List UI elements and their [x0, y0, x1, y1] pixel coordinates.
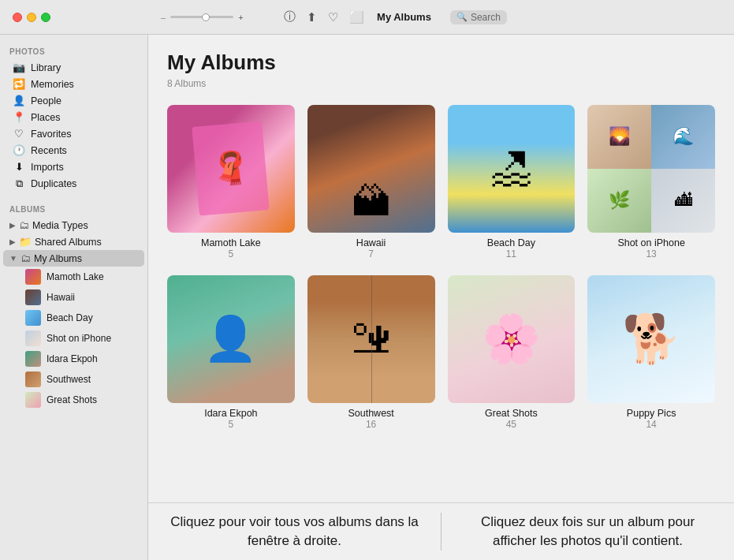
hawaii-count: 7 [307, 248, 435, 259]
album-cell-puppy-pics[interactable]: Puppy Pics 14 [587, 275, 715, 430]
sidebar-item-places-label: Places [31, 112, 61, 123]
window-title: My Albums [377, 11, 431, 23]
my-albums-label: My Albums [34, 253, 82, 264]
puppy-pics-count: 14 [587, 419, 715, 430]
my-albums-folder-icon: 🗂 [20, 252, 31, 264]
sidebar-sub-idara-ekpoh[interactable]: Idara Ekpoh [3, 349, 144, 369]
idara-ekpoh-sub-label: Idara Ekpoh [47, 353, 98, 364]
album-cell-idara-ekpoh[interactable]: Idara Ekpoh 5 [167, 275, 295, 430]
people-icon: 👤 [13, 95, 25, 106]
sidebar-item-people-label: People [31, 95, 61, 106]
idara-ekpoh-album-thumb [167, 275, 295, 403]
chevron-right-icon: ▶ [9, 221, 16, 230]
southwest-divider-line [371, 275, 373, 403]
zoom-minus-icon[interactable]: – [161, 13, 166, 22]
great-shots-thumb [25, 392, 41, 408]
tooltip-right-text: Cliquez deux fois sur un album pour affi… [481, 514, 695, 548]
idara-ekpoh-thumb [25, 351, 41, 367]
tooltip-right: Cliquez deux fois sur un album pour affi… [442, 513, 734, 551]
sidebar-item-library-label: Library [31, 62, 61, 73]
southwest-album-name: Southwest [307, 408, 435, 419]
share-icon[interactable]: ⬆ [307, 10, 317, 24]
heart-icon[interactable]: ♡ [328, 10, 338, 24]
media-types-folder-icon: 🗂 [19, 219, 29, 231]
search-placeholder: Search [471, 12, 501, 23]
sidebar-sub-southwest[interactable]: Southwest [3, 369, 144, 390]
recents-icon: 🕐 [13, 144, 25, 156]
album-cell-mamoth-lake[interactable]: 🧣 Mamoth Lake 5 [167, 105, 295, 259]
southwest-sub-label: Southwest [47, 374, 91, 385]
southwest-thumb [25, 371, 41, 387]
media-types-label: Media Types [32, 220, 88, 231]
sidebar-item-imports[interactable]: ⬇ Imports [3, 159, 144, 175]
hawaii-thumb [25, 289, 41, 305]
sidebar-item-favorites[interactable]: ♡ Favorites [3, 125, 144, 142]
search-icon: 🔍 [456, 12, 468, 22]
idara-ekpoh-album-name: Idara Ekpoh [167, 408, 295, 419]
idara-ekpoh-count: 5 [167, 419, 295, 430]
album-cell-hawaii[interactable]: 🏔 Hawaii 7 [307, 105, 435, 259]
search-box[interactable]: 🔍 Search [450, 10, 507, 24]
great-shots-album-thumb [448, 275, 576, 403]
maximize-button[interactable] [41, 13, 50, 22]
favorites-icon: ♡ [13, 128, 25, 140]
mamoth-lake-thumb [25, 269, 41, 285]
sidebar-item-memories[interactable]: 🔁 Memories [3, 76, 144, 92]
main-content: My Albums 8 Albums 🧣 Mamoth Lake 5 [148, 35, 734, 502]
album-cell-beach-day[interactable]: 🏖 Beach Day 11 [448, 105, 576, 259]
sidebar-group-media-types[interactable]: ▶ 🗂 Media Types [3, 217, 144, 233]
sidebar-item-imports-label: Imports [31, 162, 64, 173]
great-shots-sub-label: Great Shots [47, 394, 97, 405]
hawaii-sub-label: Hawaii [47, 292, 75, 303]
sidebar-item-people[interactable]: 👤 People [3, 92, 144, 109]
photos-section-label: Photos [0, 41, 147, 59]
sidebar-sub-great-shots[interactable]: Great Shots [3, 390, 144, 410]
beach-day-thumb [25, 310, 41, 326]
album-cell-southwest[interactable]: 🏜 Southwest 16 [307, 275, 435, 430]
hawaii-album-name: Hawaii [307, 237, 435, 248]
sidebar-item-recents-label: Recents [31, 145, 67, 156]
album-cell-great-shots[interactable]: Great Shots 45 [448, 275, 576, 430]
albums-section-label: Albums [0, 199, 147, 217]
tooltip-left-text: Cliquez pour voir tous vos albums dans l… [170, 514, 419, 548]
shot-on-iphone-sub-label: Shot on iPhone [47, 333, 111, 344]
mamoth-lake-sub-label: Mamoth Lake [47, 271, 104, 282]
zoom-slider[interactable] [170, 16, 233, 18]
tooltip-left: Cliquez pour voir tous vos albums dans l… [148, 513, 442, 551]
crop-icon[interactable]: ⬜ [349, 10, 364, 24]
album-cell-shot-on-iphone[interactable]: 🌄 🌊 🌿 🏙 Shot on iPhone 13 [587, 105, 715, 259]
imports-icon: ⬇ [13, 161, 25, 173]
shot-on-iphone-album-thumb: 🌄 🌊 🌿 🏙 [587, 105, 715, 233]
sidebar-group-shared-albums[interactable]: ▶ 📁 Shared Albums [3, 233, 144, 250]
great-shots-count: 45 [448, 419, 576, 430]
sidebar-item-library[interactable]: 📷 Library [3, 59, 144, 76]
mamoth-lake-count: 5 [167, 248, 295, 259]
beach-day-album-name: Beach Day [448, 237, 576, 248]
sidebar-item-favorites-label: Favorites [31, 129, 71, 140]
sidebar-item-places[interactable]: 📍 Places [3, 109, 144, 125]
sidebar-sub-hawaii[interactable]: Hawaii [3, 287, 144, 308]
sidebar-item-duplicates-label: Duplicates [31, 178, 76, 189]
sidebar-item-memories-label: Memories [31, 79, 74, 90]
minimize-button[interactable] [27, 13, 36, 22]
page-title: My Albums [167, 50, 715, 75]
southwest-album-thumb: 🏜 [307, 275, 435, 403]
traffic-lights [13, 13, 50, 22]
close-button[interactable] [13, 13, 22, 22]
sidebar: Photos 📷 Library 🔁 Memories 👤 People 📍 P… [0, 35, 148, 560]
info-icon[interactable]: ⓘ [284, 9, 296, 24]
shared-albums-folder-icon: 📁 [19, 236, 32, 248]
toolbar-icons: ⓘ ⬆ ♡ ⬜ [284, 9, 364, 24]
great-shots-album-name: Great Shots [448, 408, 576, 419]
sidebar-item-recents[interactable]: 🕐 Recents [3, 142, 144, 159]
sidebar-group-my-albums[interactable]: ▼ 🗂 My Albums [3, 250, 144, 267]
beach-day-album-thumb: 🏖 [448, 105, 576, 233]
sidebar-sub-beach-day[interactable]: Beach Day [3, 308, 144, 328]
zoom-plus-icon[interactable]: + [238, 13, 243, 22]
sidebar-sub-mamoth-lake[interactable]: Mamoth Lake [3, 267, 144, 287]
sidebar-item-duplicates[interactable]: ⧉ Duplicates [3, 175, 144, 192]
duplicates-icon: ⧉ [13, 177, 25, 190]
mamoth-lake-album-thumb: 🧣 [167, 105, 295, 233]
sidebar-sub-shot-on-iphone[interactable]: Shot on iPhone [3, 328, 144, 349]
hawaii-album-thumb: 🏔 [307, 105, 435, 233]
